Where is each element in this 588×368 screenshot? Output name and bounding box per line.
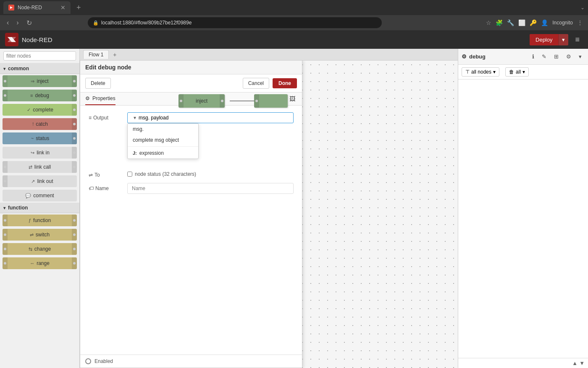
node-link-in[interactable]: ↪ link in [3,147,77,159]
dropdown-item-complete[interactable]: complete msg object [128,135,198,146]
menu-icon[interactable]: ⋮ [577,19,583,26]
canvas-tab-flow1[interactable]: Flow 1 [83,50,109,59]
split-icon[interactable]: ⬜ [518,19,525,26]
port-left-link-call [3,161,8,173]
enabled-label: Enabled [94,358,113,364]
node-change[interactable]: ⇆ change [3,243,77,255]
deploy-button[interactable]: Deploy [530,34,558,45]
tab-close-button[interactable]: ✕ [60,4,66,11]
node-status[interactable]: ~ status [3,132,77,144]
hamburger-menu[interactable]: ≡ [572,34,583,46]
canvas-inject-node[interactable]: inject [178,94,225,108]
node-range[interactable]: ↔ range [3,257,77,269]
name-field-row: 🏷 Name [89,183,294,194]
port-left-change [3,243,8,255]
function-icon: ƒ [29,218,31,223]
node-function[interactable]: ƒ function [3,214,77,226]
name-control [127,183,294,194]
enabled-toggle-circle[interactable] [85,358,91,364]
filter-all-nodes-dropdown[interactable]: ⊤ all nodes ▾ [462,67,499,77]
right-gear-icon[interactable]: ⚙ [563,51,574,62]
canvas-debug-port-in [254,94,259,108]
node-body-inject: ⇒ inject [8,75,72,87]
right-footer-down-icon[interactable]: ▼ [579,360,585,366]
link-out-label: link out [37,178,53,184]
browser-tab[interactable]: Node-RED ✕ [3,1,71,14]
canvas-tab-label: Flow 1 [89,52,103,58]
connection-line [230,101,255,101]
tab-properties[interactable]: ⚙ Properties [85,93,116,105]
right-body [458,79,588,358]
trash-icon: 🗑 [509,69,514,75]
switch-label: switch [36,232,50,238]
reload-button[interactable]: ↻ [25,17,34,29]
output-dropdown-button[interactable]: ▾ msg. payload [127,112,294,123]
port-right-function [72,214,77,226]
url-bar[interactable]: 🔒 localhost:1880/#flow/809b27be12f0989e [88,17,382,28]
link-call-label: link call [34,164,51,170]
node-catch[interactable]: ! catch [3,118,77,130]
puzzle-icon[interactable]: 🔧 [507,19,514,26]
status-label: status [36,135,49,141]
node-link-call[interactable]: ⇄ link call [3,161,77,173]
avatar-icon[interactable]: 👤 [541,19,548,26]
topbar: Node-RED Deploy ▾ ≡ [0,30,588,49]
node-debug[interactable]: ≡ debug [3,90,77,101]
category-function-label: function [8,205,28,211]
change-icon: ⇆ [29,246,32,252]
output-list-icon: ≡ [89,115,92,121]
node-complete[interactable]: ✓ complete [3,104,77,116]
canvas-add-tab-button[interactable]: + [110,50,120,59]
name-input[interactable] [127,183,294,194]
link-out-icon: ↗ [31,179,35,184]
canvas-debug-node[interactable] [254,94,288,108]
favicon-icon [8,5,14,11]
right-info-icon[interactable]: ℹ [529,51,537,62]
right-expand-icon[interactable]: ▾ [576,51,585,62]
clear-all-dropdown[interactable]: 🗑 all ▾ [505,67,529,77]
category-function[interactable]: ▾ function [0,203,79,213]
dropdown-item-expression[interactable]: J: expression [128,148,198,159]
deploy-caret-button[interactable]: ▾ [558,34,568,45]
dropdown-item-msg[interactable]: msg. [128,124,198,135]
node-link-out[interactable]: ↗ link out [3,175,77,187]
extensions-icon[interactable]: 🧩 [496,19,503,26]
category-common[interactable]: ▾ common [0,64,79,74]
node-inject[interactable]: ⇒ inject [3,75,77,87]
node-switch[interactable]: ⇌ switch [3,229,77,241]
node-status-checkbox[interactable] [127,172,132,177]
port-left-switch [3,229,8,241]
tab-image-icon[interactable]: 🖼 [288,94,297,104]
right-edit-icon[interactable]: ✎ [539,51,549,62]
forward-button[interactable]: › [15,17,20,28]
browser-chrome: Node-RED ✕ + ⌄ [0,0,588,15]
bookmark-icon[interactable]: ☆ [486,19,491,26]
app: Node-RED Deploy ▾ ≡ ▾ common ⇒ [0,30,588,368]
right-header-icons: ℹ ✎ ⊞ ⚙ ▾ [529,51,585,62]
output-control: ▾ msg. payload msg. complete msg o [127,112,294,123]
delete-button[interactable]: Delete [85,78,111,89]
filter-nodes-input[interactable] [3,51,76,61]
port-right-inject [72,75,77,87]
cancel-button[interactable]: Cancel [243,78,269,89]
category-common-label: common [8,66,29,71]
node-body-switch: ⇌ switch [8,229,72,241]
canvas-container: Flow 1 + inject [80,49,458,368]
node-body-function: ƒ function [8,214,72,226]
inject-label: inject [37,78,48,84]
right-settings-icon[interactable]: ⊞ [551,51,562,62]
inject-icon: ⇒ [31,79,34,84]
topbar-right: Deploy ▾ ≡ [530,34,583,46]
output-label: ≡ Output [89,112,122,121]
key-icon[interactable]: 🔑 [530,19,537,26]
new-tab-button[interactable]: + [74,3,84,12]
node-comment[interactable]: 💬 comment [3,190,77,201]
done-button[interactable]: Done [273,78,297,88]
back-button[interactable]: ‹ [5,17,10,28]
canvas-area[interactable]: inject Edit debug node Delete [80,61,458,368]
output-field-row: ≡ Output ▾ msg. payload [89,112,294,123]
right-footer-up-icon[interactable]: ▲ [572,360,578,366]
tab-expand-icon[interactable]: ⌄ [580,5,585,11]
output-value: msg. payload [139,115,168,121]
node-body-debug: ≡ debug [8,90,72,101]
